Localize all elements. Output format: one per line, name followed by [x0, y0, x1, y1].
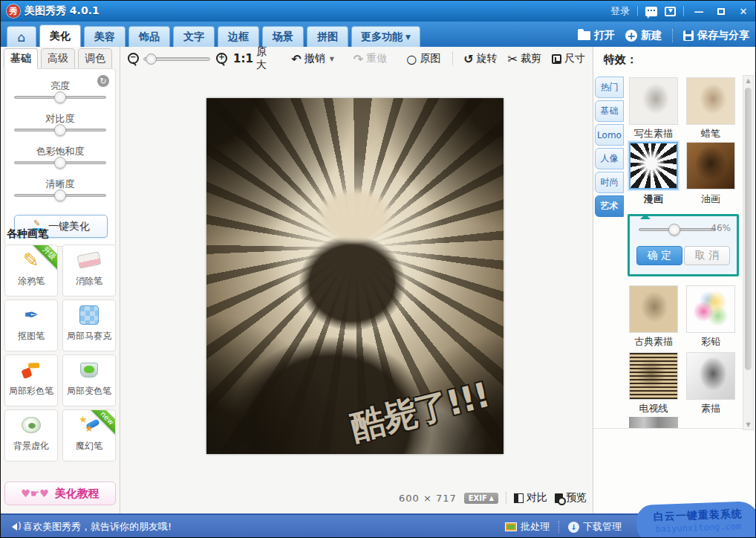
tab-beautify[interactable]: 美化 [39, 25, 81, 47]
category-fashion[interactable]: 时尚 [595, 172, 624, 193]
brightness-slider[interactable] [14, 96, 106, 99]
effect-label: 电视线 [629, 402, 678, 415]
slider-thumb[interactable] [54, 91, 66, 103]
effect-thumb-classic-sketch[interactable] [629, 285, 678, 333]
undo-button[interactable]: ↶ 撤销 ▼ [291, 52, 334, 66]
crop-button[interactable]: ✂ 裁剪 [508, 52, 541, 66]
tab-scene[interactable]: 场景 [262, 26, 304, 47]
resize-button[interactable]: 尺寸 [552, 52, 585, 65]
effect-thumb-oil-painting[interactable] [686, 142, 735, 189]
open-button[interactable]: 打开 [578, 29, 615, 42]
clarity-slider[interactable] [14, 194, 106, 197]
save-share-button[interactable]: 保存与分享 [683, 29, 749, 42]
close-button[interactable]: ✕ [736, 6, 751, 17]
pen-nib-icon: ✒ [5, 300, 57, 330]
slider-thumb[interactable] [54, 157, 66, 169]
canvas-toolbar: − + 1:1 原大 ↶ 撤销 ▼ ↷ 重做 ○ 原图 ↺ 旋转 ✂ 裁剪 尺寸 [120, 47, 593, 71]
blur-icon [5, 410, 57, 440]
scrollbar-thumb[interactable] [745, 88, 752, 370]
effect-thumb-sketch[interactable] [686, 352, 735, 400]
magic-pen-button[interactable]: new 魔幻笔 [62, 409, 116, 461]
login-link[interactable]: 登录 [610, 4, 630, 18]
background-blur-button[interactable]: 背景虚化 [4, 409, 58, 461]
scroll-up-icon[interactable]: ▲ [743, 77, 753, 84]
minimize-button[interactable]: — [691, 6, 706, 17]
preview-icon [555, 493, 563, 503]
download-icon[interactable] [665, 7, 676, 16]
edited-photo[interactable]: 酷毙了!!! [206, 98, 504, 454]
original-image-button[interactable]: ○ 原图 [406, 52, 440, 66]
batch-process-button[interactable]: 批处理 [505, 520, 550, 534]
chevron-down-icon[interactable]: ▼ [330, 56, 334, 62]
exif-button[interactable]: EXIF ▲ [464, 493, 498, 504]
category-portrait[interactable]: 人像 [595, 148, 624, 169]
image-dimensions: 600 × 717 [399, 493, 457, 504]
category-label: 基础 [601, 105, 619, 117]
compare-button[interactable]: 对比 [514, 491, 547, 505]
rotate-label: 旋转 [477, 52, 498, 65]
scroll-down-icon[interactable]: ▼ [743, 421, 753, 428]
slider-thumb[interactable] [54, 124, 66, 136]
saturation-slider[interactable] [14, 161, 106, 164]
logo-glyph: 秀 [10, 6, 18, 17]
home-button[interactable]: ⌂ [7, 26, 36, 47]
preview-button[interactable]: 预览 [555, 491, 587, 505]
resize-icon [552, 54, 561, 64]
preview-label: 预览 [566, 491, 587, 505]
category-label: Lomo [597, 130, 622, 140]
apply-button[interactable]: 确 定 [636, 246, 682, 265]
tab-more-features[interactable]: 更多功能 ▼ [351, 26, 420, 47]
mosaic-pen-button[interactable]: 局部马赛克 [62, 299, 116, 351]
redo-button[interactable]: ↷ 重做 [353, 52, 387, 66]
effect-thumb-colored-pencil[interactable] [686, 285, 735, 333]
slider-thumb[interactable] [54, 189, 66, 201]
intensity-slider[interactable] [639, 228, 716, 231]
tab-text[interactable]: 文字 [173, 26, 215, 47]
eraser-pen-button[interactable]: 消除笔 [62, 244, 116, 296]
maximize-button[interactable] [714, 6, 729, 17]
effect-thumb-sketch-life[interactable] [629, 77, 678, 125]
cancel-button[interactable]: 取 消 [684, 246, 730, 265]
intensity-slider-thumb[interactable] [668, 224, 680, 236]
zoom-slider[interactable] [143, 57, 210, 61]
category-art[interactable]: 艺术 [595, 195, 624, 217]
category-lomo[interactable]: Lomo [595, 124, 624, 146]
contrast-slider[interactable] [14, 129, 106, 132]
tab-basic[interactable]: 基础 [4, 48, 38, 69]
local-tint-pen-button[interactable]: 局部变色笔 [62, 354, 116, 406]
cutout-pen-button[interactable]: ✒ 抠图笔 [4, 299, 58, 351]
zoom-in-icon[interactable]: + [216, 53, 226, 65]
effect-thumb-tv-lines[interactable] [629, 352, 678, 400]
effect-thumb-partial[interactable] [629, 417, 678, 428]
category-hot[interactable]: 热门 [595, 77, 624, 98]
zoom-slider-thumb[interactable] [146, 54, 157, 65]
local-color-pen-button[interactable]: 局部彩色笔 [4, 354, 58, 406]
feedback-icon[interactable] [645, 7, 657, 16]
tab-border[interactable]: 边框 [218, 26, 259, 47]
tab-decorate[interactable]: 饰品 [128, 26, 170, 47]
heart-hand-icon: ♥☛♥ [21, 487, 49, 499]
category-basic[interactable]: 基础 [595, 100, 624, 122]
effect-thumb-crayon[interactable] [686, 77, 735, 125]
brush-label: 局部变色笔 [63, 385, 115, 398]
download-manager-button[interactable]: ↓ 下载管理 [568, 520, 622, 534]
effects-scrollbar[interactable]: ▲ ▼ [743, 75, 754, 430]
tab-retouch[interactable]: 美容 [84, 26, 126, 47]
tab-advanced[interactable]: 高级 [41, 48, 75, 69]
brush-label: 局部彩色笔 [5, 385, 57, 398]
actual-size-button[interactable]: 原大 [256, 45, 272, 72]
new-button[interactable]: +新建 [625, 29, 662, 42]
effect-thumb-comic-selected[interactable] [629, 142, 678, 189]
rotate-button[interactable]: ↺ 旋转 [463, 52, 497, 66]
brightness-slider-group: 亮度 [5, 80, 115, 99]
tutorial-button[interactable]: ♥☛♥ 美化教程 [4, 482, 116, 505]
zoom-out-icon[interactable]: − [128, 53, 137, 65]
tab-collage[interactable]: 拼图 [307, 26, 348, 47]
download-manager-icon: ↓ [568, 522, 579, 533]
doodle-pen-button[interactable]: 升级 ✎ 涂鸦笔 [4, 244, 58, 296]
tab-tint[interactable]: 调色 [78, 48, 112, 69]
effects-title: 特效： [604, 53, 637, 67]
canvas-info-bar: 600 × 717 EXIF ▲ 对比 预览 [120, 487, 593, 508]
tab-label: 调色 [85, 52, 105, 65]
home-icon: ⌂ [18, 30, 26, 45]
